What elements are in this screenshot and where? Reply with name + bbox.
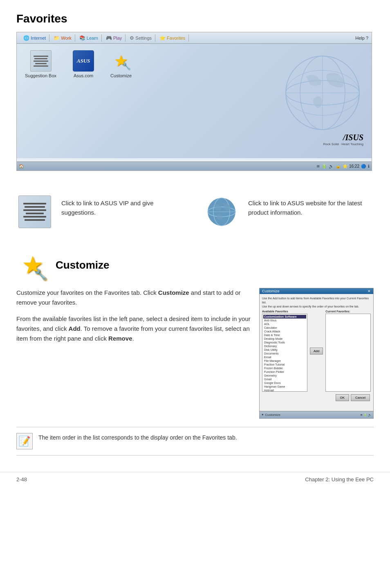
current-favorites-col: Current Favorites: bbox=[325, 310, 371, 392]
note-text: The item order in the list corresponds t… bbox=[38, 433, 237, 442]
suggestion-box-section: Click to link to ASUS VIP and give sugge… bbox=[16, 195, 187, 228]
current-favorites-list[interactable] bbox=[325, 314, 371, 392]
taskbar-battery-icon: 🔋 bbox=[321, 164, 327, 168]
list-item-email[interactable]: Email bbox=[263, 355, 306, 359]
taskbar-info-icon: ℹ bbox=[368, 164, 370, 168]
suggestion-box-info-icon bbox=[16, 195, 53, 228]
asus-icon: ASUS bbox=[73, 50, 94, 72]
list-item-documents[interactable]: Documents bbox=[263, 352, 306, 355]
ok-button[interactable]: OK bbox=[336, 394, 350, 401]
asus-badge: ASUS bbox=[73, 50, 94, 72]
list-item-hangmangame[interactable]: Hangman Game bbox=[263, 385, 306, 388]
list-item-datetime[interactable]: Date & Time bbox=[263, 333, 306, 337]
available-favorites-list[interactable]: Customization Software Anti-Virus AOL Ca… bbox=[262, 314, 307, 392]
list-item-googledocs[interactable]: Google Docs bbox=[263, 381, 306, 385]
customize-icon-item[interactable]: ★ 🔧 Customize bbox=[110, 50, 132, 78]
asus-website-text: Click to link to ASUS website for the la… bbox=[248, 195, 374, 217]
suggestion-box-text: Click to link to ASUS VIP and give sugge… bbox=[61, 195, 187, 217]
internet-icon: 🌐 bbox=[23, 35, 29, 41]
customize-bold2: Add bbox=[69, 325, 81, 332]
play-icon: 🎮 bbox=[106, 35, 112, 41]
customize-header-section: ★🔧 Customize bbox=[16, 249, 374, 281]
asus-icon-item[interactable]: ASUS Asus.com bbox=[73, 50, 94, 78]
dialog-title-text: Customize bbox=[262, 289, 280, 293]
customize-paragraph1: Customize your favorites on the Favorite… bbox=[16, 288, 251, 307]
available-favorites-col: Available Favorites Customization Softwa… bbox=[262, 310, 307, 392]
browser-screenshot: 🌐 Internet 📁 Work 📚 Learn 🎮 Play ⚙ Setti… bbox=[16, 32, 372, 171]
tab-internet-label: Internet bbox=[31, 36, 46, 40]
customize-para2-text3: . bbox=[132, 335, 134, 342]
learn-icon: 📚 bbox=[79, 35, 85, 41]
customize-icon-browser: ★ 🔧 bbox=[110, 50, 132, 72]
list-item-gmail[interactable]: Gmail bbox=[263, 377, 306, 381]
favorites-icon: ⭐ bbox=[159, 35, 166, 41]
customize-bold1: Customize bbox=[158, 289, 189, 296]
tab-learn-label: Learn bbox=[87, 36, 98, 40]
tab-play-label: Play bbox=[113, 36, 122, 40]
footer-page-number: 2-48 bbox=[16, 476, 27, 483]
suggestion-box-icon bbox=[30, 50, 52, 72]
cancel-button[interactable]: Cancel bbox=[351, 394, 370, 401]
browser-content: Suggestion Box ASUS Asus.com ★ bbox=[17, 44, 372, 158]
add-button[interactable]: Add bbox=[310, 348, 323, 355]
available-favorites-label: Available Favorites bbox=[262, 310, 307, 313]
customize-dialog-screenshot: Customize ✕ Use the Add button to add it… bbox=[259, 288, 374, 419]
list-item-dictionary[interactable]: Dictionary bbox=[263, 344, 306, 348]
toolbar-help[interactable]: Help ? bbox=[355, 36, 368, 40]
note-pencil-icon: 📝 bbox=[18, 435, 31, 447]
list-item-calculator[interactable]: Calculator bbox=[263, 326, 306, 330]
tab-learn[interactable]: 📚 Learn bbox=[76, 34, 102, 42]
note-icon: 📝 bbox=[16, 433, 33, 449]
tab-settings-label: Settings bbox=[135, 36, 152, 40]
tab-work[interactable]: 📁 Work bbox=[50, 34, 75, 42]
customize-bold3: Remove bbox=[108, 335, 132, 342]
dialog-columns: Available Favorites Customization Softwa… bbox=[262, 310, 371, 392]
tab-play[interactable]: 🎮 Play bbox=[103, 34, 126, 42]
footer-chapter: Chapter 2: Using the Eee PC bbox=[305, 476, 374, 483]
tab-work-label: Work bbox=[61, 36, 71, 40]
customize-large-icon: ★🔧 bbox=[16, 249, 49, 281]
add-button-area: Add bbox=[309, 310, 324, 392]
dialog-body: Use the Add button to add items from Ava… bbox=[260, 294, 373, 414]
customize-para1-text1: Customize your favorites on the Favorite… bbox=[16, 289, 158, 296]
list-item-functionplotter[interactable]: Function Plotter bbox=[263, 370, 306, 374]
dialog-title-bar: Customize ✕ bbox=[260, 288, 373, 294]
tab-favorites[interactable]: ⭐ Favorites bbox=[156, 34, 189, 42]
customize-text-area: Customize your favorites on the Favorite… bbox=[16, 288, 251, 350]
customize-dialog-area: Customize your favorites on the Favorite… bbox=[16, 288, 374, 419]
list-item-diskutility[interactable]: Disk Utility bbox=[263, 348, 306, 352]
list-item-geometry[interactable]: Geometry bbox=[263, 374, 306, 377]
work-icon: 📁 bbox=[54, 35, 60, 41]
dialog-footer-buttons: OK Cancel bbox=[262, 392, 371, 402]
dialog-instruction: Use the Add button to add items from Ava… bbox=[262, 296, 371, 308]
taskbar-time: 16:22 bbox=[349, 164, 359, 168]
globe-watermark bbox=[282, 52, 363, 134]
list-item-frozenbubble[interactable]: Frozen Bubble bbox=[263, 366, 306, 370]
list-item-aol[interactable]: AOL bbox=[263, 322, 306, 326]
list-item-filemanager[interactable]: File Manager bbox=[263, 359, 306, 363]
tab-settings[interactable]: ⚙ Settings bbox=[126, 34, 155, 42]
list-item-diagnostics[interactable]: Diagnostic Tools bbox=[263, 341, 306, 344]
page-content: Favorites 🌐 Internet 📁 Work 📚 Learn 🎮 Pl… bbox=[0, 0, 390, 472]
dialog-mini-taskbar: ✦ Customize ≋ 🔋 🔊 bbox=[260, 411, 373, 418]
taskbar-home-icon[interactable]: 🏠 bbox=[18, 164, 24, 168]
current-favorites-label: Current Favorites: bbox=[325, 310, 371, 313]
browser-toolbar: 🌐 Internet 📁 Work 📚 Learn 🎮 Play ⚙ Setti… bbox=[17, 32, 372, 44]
list-item-customization[interactable]: Customization Software bbox=[263, 315, 306, 319]
browser-taskbar: 🏠 ≋ 🔋 🔊 🔒 ⭐ 16:22 🔵 ℹ bbox=[17, 162, 372, 171]
asus-tagline: Rock Solid · Heart Touching bbox=[323, 142, 363, 146]
suggestion-box-item[interactable]: Suggestion Box bbox=[25, 50, 56, 78]
list-item-crackattack[interactable]: Crack Attack bbox=[263, 330, 306, 333]
list-item-fractiontutorial[interactable]: Fraction Tutorial bbox=[263, 363, 306, 366]
list-item-hotmail[interactable]: Hotmail bbox=[263, 388, 306, 392]
info-sections: Click to link to ASUS VIP and give sugge… bbox=[16, 183, 374, 240]
settings-icon: ⚙ bbox=[130, 35, 134, 41]
page-footer: 2-48 Chapter 2: Using the Eee PC bbox=[0, 472, 390, 487]
tab-internet[interactable]: 🌐 Internet bbox=[20, 34, 49, 42]
list-item-desktopmode[interactable]: Desktop Mode bbox=[263, 337, 306, 341]
asus-website-section: Click to link to ASUS website for the la… bbox=[203, 195, 374, 228]
customize-label-browser: Customize bbox=[110, 73, 132, 78]
list-item-antivirus[interactable]: Anti-Virus bbox=[263, 319, 306, 322]
asus-logo-text: /ISUS bbox=[323, 133, 363, 142]
page-title: Favorites bbox=[16, 12, 374, 25]
